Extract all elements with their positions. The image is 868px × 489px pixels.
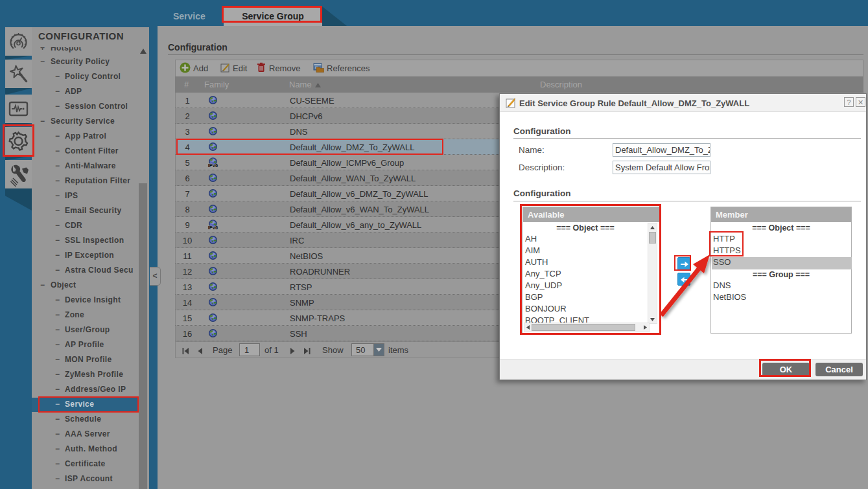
svg-text:IPv6: IPv6 (208, 225, 218, 231)
svg-text:IPv6: IPv6 (208, 163, 218, 168)
